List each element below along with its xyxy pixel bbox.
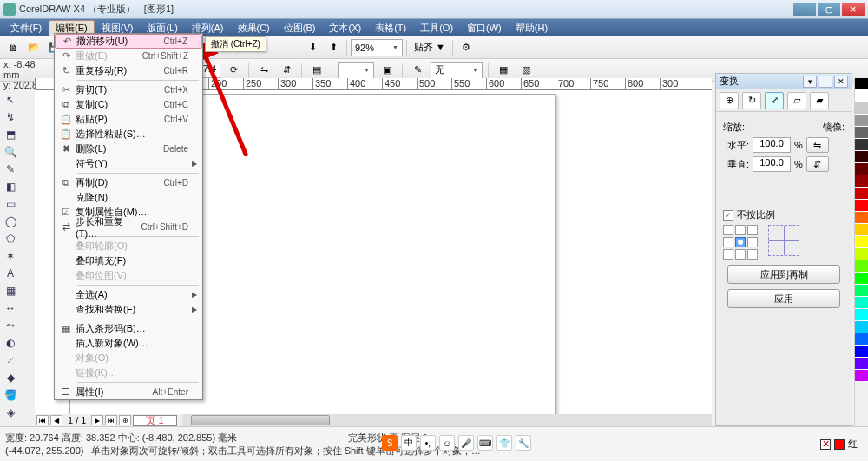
color-swatch[interactable] [855, 297, 868, 309]
ime-keyboard-icon[interactable]: ⌨ [477, 435, 493, 451]
import-icon[interactable]: ⬇ [303, 38, 322, 57]
skew-tab-icon[interactable]: ▰ [810, 92, 829, 109]
convert-icon[interactable]: ▧ [516, 61, 536, 80]
ime-skin-icon[interactable]: 👕 [496, 435, 512, 451]
proportional-checkbox[interactable]: ✓ 不按比例 [723, 208, 845, 221]
crop-tool-icon[interactable]: ⬒ [2, 127, 19, 142]
color-swatch[interactable] [855, 236, 868, 248]
docker-titlebar[interactable]: 变换 ▾ — ✕ [716, 74, 852, 89]
ime-logo-icon[interactable]: S [382, 435, 398, 451]
eyedropper-tool-icon[interactable]: ⟋ [2, 352, 19, 368]
menu-item[interactable]: 📋选择性粘贴(S)… [55, 127, 202, 142]
menu-item[interactable]: 符号(Y)▶ [55, 156, 202, 171]
zoom-select[interactable]: 92% [351, 39, 403, 56]
color-swatch[interactable] [855, 370, 868, 382]
horizontal-scrollbar[interactable] [182, 414, 712, 426]
effects-tool-icon[interactable]: ◐ [2, 335, 19, 351]
menu-9[interactable]: 工具(O) [413, 20, 460, 36]
color-swatch[interactable] [855, 309, 868, 321]
freehand-tool-icon[interactable]: ✎ [2, 161, 19, 177]
color-swatch[interactable] [855, 175, 868, 188]
horizontal-input[interactable]: 100.0 [753, 137, 791, 153]
menu-item[interactable]: 查找和替换(F)▶ [55, 302, 202, 317]
menu-item[interactable]: ⧉再制(D)Ctrl+D [55, 175, 202, 190]
menu-item[interactable]: 叠印填充(F) [55, 254, 202, 268]
shape-tool-icon[interactable]: ↯ [2, 109, 19, 125]
open-icon[interactable]: 📂 [24, 38, 43, 57]
maximize-button[interactable]: ▢ [818, 3, 840, 16]
ime-tool-icon[interactable]: 🔧 [516, 435, 531, 451]
minimize-button[interactable]: — [793, 3, 816, 16]
color-swatch[interactable] [855, 273, 868, 285]
color-swatch[interactable] [855, 102, 868, 115]
prev-page-button[interactable]: ◀ [50, 415, 62, 425]
color-swatch[interactable] [855, 151, 868, 163]
wrap-icon[interactable]: ▦ [494, 61, 513, 80]
menu-item[interactable]: 全选(A)▶ [55, 287, 202, 302]
smart-fill-icon[interactable]: ◧ [2, 179, 19, 194]
interactive-fill-icon[interactable]: ◈ [2, 405, 19, 420]
polygon-tool-icon[interactable]: ⬠ [2, 231, 19, 247]
menu-8[interactable]: 表格(T) [368, 20, 413, 36]
first-page-button[interactable]: ⏮ [36, 415, 49, 425]
ime-emoji-icon[interactable]: ☺ [439, 435, 455, 451]
ellipse-tool-icon[interactable]: ◯ [2, 214, 19, 229]
color-swatch[interactable] [855, 188, 868, 200]
rotate-tab-icon[interactable]: ↻ [742, 92, 761, 109]
menu-item[interactable]: 插入新对象(W)… [55, 336, 202, 351]
docker-close-button[interactable]: ✕ [834, 76, 848, 88]
fill-select[interactable] [338, 62, 374, 79]
align-icon[interactable]: ▤ [307, 61, 326, 80]
menu-10[interactable]: 窗口(W) [460, 20, 509, 36]
menu-item[interactable]: ▦插入条形码(B)… [55, 321, 202, 336]
apply-duplicate-button[interactable]: 应用到再制 [727, 265, 840, 284]
outline-select[interactable]: 无 [431, 62, 483, 79]
page-tab[interactable]: 页 1 [133, 415, 176, 426]
menu-item[interactable]: ☰属性(I)Alt+Enter [55, 385, 202, 399]
menu-0[interactable]: 文件(F) [3, 20, 49, 36]
apply-button[interactable]: 应用 [727, 289, 840, 308]
text-tool-icon[interactable]: A [2, 266, 19, 281]
options-icon[interactable]: ⚙ [457, 38, 476, 57]
mirror-v-icon[interactable]: ⇵ [277, 61, 296, 80]
color-swatch[interactable] [855, 248, 868, 260]
dimension-tool-icon[interactable]: ↔ [2, 300, 19, 316]
size-tab-icon[interactable]: ▱ [787, 92, 806, 109]
color-swatch[interactable] [855, 346, 868, 358]
color-swatch[interactable] [855, 90, 868, 102]
menu-item[interactable]: 克隆(N) [55, 190, 202, 205]
ime-lang-icon[interactable]: 中 [401, 435, 417, 451]
color-swatch[interactable] [855, 333, 868, 346]
to-front-icon[interactable]: ▣ [378, 61, 397, 80]
color-swatch[interactable] [855, 163, 868, 175]
snap-dropdown[interactable]: 贴齐 ▼ [411, 41, 449, 54]
color-swatch[interactable] [855, 127, 868, 139]
scrollbar-thumb[interactable] [191, 415, 330, 425]
color-swatch[interactable] [855, 139, 868, 151]
outline-tool-icon[interactable]: ◆ [2, 370, 19, 385]
new-icon[interactable]: 🗎 [3, 38, 23, 57]
table-tool-icon[interactable]: ▦ [2, 283, 19, 299]
anchor-center[interactable] [735, 237, 746, 247]
color-swatch[interactable] [855, 285, 868, 297]
zoom-tool-icon[interactable]: 🔍 [2, 144, 19, 160]
menu-5[interactable]: 效果(C) [231, 20, 277, 36]
docker-menu-button[interactable]: ▾ [803, 76, 817, 88]
ime-punct-icon[interactable]: •, [420, 435, 436, 451]
color-swatch[interactable] [855, 200, 868, 212]
color-swatch[interactable] [855, 358, 868, 370]
color-swatch[interactable] [855, 260, 868, 273]
add-page-button[interactable]: ⊕ [119, 415, 131, 425]
menu-item[interactable]: ✂剪切(T)Ctrl+X [55, 82, 202, 97]
docker-min-button[interactable]: — [819, 76, 832, 88]
menu-item[interactable]: ⧉复制(C)Ctrl+C [55, 97, 202, 112]
rectangle-tool-icon[interactable]: ▭ [2, 196, 19, 212]
mirror-h-icon[interactable]: ⇋ [254, 61, 273, 80]
color-swatch[interactable] [855, 115, 868, 127]
close-button[interactable]: ✕ [842, 3, 865, 16]
no-fill-icon[interactable]: ✕ [820, 439, 831, 450]
menu-item[interactable]: ↻重复移动(R)Ctrl+R [55, 63, 202, 78]
menu-11[interactable]: 帮助(H) [509, 20, 555, 36]
spinner-icon[interactable]: ⟳ [224, 61, 243, 80]
vertical-input[interactable]: 100.0 [753, 156, 791, 172]
